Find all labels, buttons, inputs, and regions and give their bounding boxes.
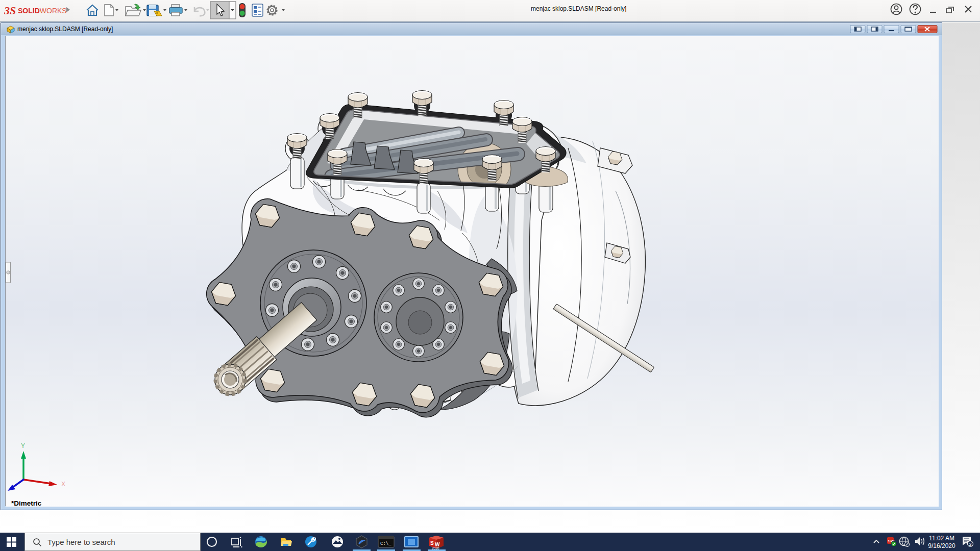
svg-text:C:\_: C:\_ <box>380 541 391 546</box>
svg-text:2: 2 <box>969 542 971 547</box>
svg-text:Y: Y <box>21 442 25 449</box>
svg-text:3S: 3S <box>4 4 16 17</box>
svg-text:X: X <box>61 481 65 488</box>
svg-text:11:02 AM: 11:02 AM <box>929 535 954 542</box>
svg-text:S: S <box>430 540 434 546</box>
svg-text:SOLIDWORKS: SOLIDWORKS <box>18 7 67 15</box>
svg-text:2020: 2020 <box>432 546 439 550</box>
svg-text:9/16/2020: 9/16/2020 <box>928 542 955 549</box>
svg-text:*Dimetric: *Dimetric <box>11 499 42 507</box>
